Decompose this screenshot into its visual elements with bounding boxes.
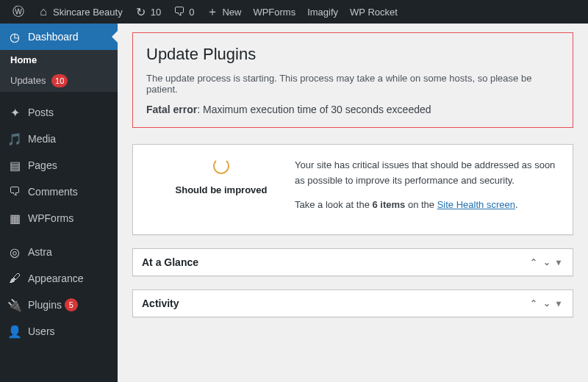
update-error-box: Update Plugins The update process is sta… (132, 32, 573, 128)
comments-link[interactable]: 🗨︎0 (167, 0, 200, 24)
fatal-error-text: Fatal error: Maximum execution time of 3… (146, 104, 559, 115)
comment-icon: 🗨︎ (7, 184, 22, 199)
wp-logo[interactable]: ⓦ (6, 0, 31, 24)
form-icon: ▦ (7, 211, 22, 226)
move-up-button[interactable]: ⌃ (527, 257, 540, 267)
sidebar-label-appearance: Appearance (28, 273, 84, 284)
site-health-link[interactable]: Site Health screen (437, 199, 515, 210)
media-icon: 🎵 (7, 131, 22, 146)
adminbar-imagify[interactable]: Imagify (301, 0, 344, 24)
box-title-activity: Activity (142, 298, 527, 309)
page-title: Update Plugins (146, 45, 559, 64)
toggle-button[interactable]: ▾ (553, 298, 564, 309)
move-up-button[interactable]: ⌃ (527, 298, 540, 309)
admin-bar: ⓦ ⌂Skincare Beauty ↻10 🗨︎0 ＋New WPForms … (0, 0, 588, 24)
updates-count: 10 (151, 7, 161, 18)
adminbar-wpforms[interactable]: WPForms (247, 0, 301, 24)
sidebar-item-comments[interactable]: 🗨︎ Comments (0, 179, 118, 205)
sidebar-item-plugins[interactable]: 🔌 Plugins 5 (0, 292, 118, 318)
sidebar-item-dashboard[interactable]: ◷ Dashboard (0, 24, 118, 50)
activity-box: Activity ⌃ ⌄ ▾ (132, 289, 573, 317)
site-name: Skincare Beauty (53, 7, 123, 18)
sidebar-item-astra[interactable]: ◎ Astra (0, 239, 118, 265)
box-title-glance: At a Glance (142, 256, 527, 268)
brush-icon: 🖌 (7, 271, 22, 286)
toggle-button[interactable]: ▾ (553, 257, 564, 267)
site-home[interactable]: ⌂Skincare Beauty (31, 0, 129, 24)
pages-icon: ▤ (7, 158, 22, 173)
sidebar-item-posts[interactable]: ✦ Posts (0, 99, 118, 126)
updates-link[interactable]: ↻10 (129, 0, 167, 24)
health-status-label: Should be improved (148, 184, 295, 195)
sidebar-item-wpforms[interactable]: ▦ WPForms (0, 205, 118, 231)
health-message: Your site has critical issues that shoul… (295, 158, 558, 221)
health-status: Should be improved (148, 158, 295, 221)
plug-icon: 🔌 (7, 298, 22, 312)
sidebar-item-media[interactable]: 🎵 Media (0, 126, 118, 152)
adminbar-wprocket[interactable]: WP Rocket (344, 0, 404, 24)
new-label: New (222, 7, 241, 18)
sidebar-sub-updates[interactable]: Updates 10 (0, 70, 118, 92)
sidebar-label-wpforms: WPForms (28, 212, 74, 224)
sidebar-label-media: Media (28, 133, 56, 145)
site-health-panel: Should be improved Your site has critica… (132, 144, 573, 235)
pin-icon: ✦ (7, 105, 22, 120)
sidebar-label-dashboard: Dashboard (28, 31, 79, 43)
at-a-glance-box: At a Glance ⌃ ⌄ ▾ (132, 248, 573, 276)
dashboard-icon: ◷ (7, 29, 22, 44)
sidebar-label-posts: Posts (28, 107, 54, 118)
sidebar-item-pages[interactable]: ▤ Pages (0, 152, 118, 179)
sidebar-sub-home[interactable]: Home (0, 50, 118, 70)
sidebar-label-users: Users (28, 325, 55, 337)
new-content[interactable]: ＋New (200, 0, 247, 24)
sidebar-item-users[interactable]: 👤 Users (0, 318, 118, 345)
move-down-button[interactable]: ⌄ (540, 298, 553, 309)
sidebar-label-plugins: Plugins (28, 299, 62, 311)
sidebar-label-astra: Astra (28, 246, 52, 258)
move-down-button[interactable]: ⌄ (540, 257, 553, 267)
comments-count: 0 (189, 7, 194, 18)
admin-sidebar: ◷ Dashboard Home Updates 10 ✦ Posts 🎵 Me… (0, 24, 118, 382)
main-content: Update Plugins The update process is sta… (118, 24, 588, 382)
sidebar-item-appearance[interactable]: 🖌 Appearance (0, 265, 118, 292)
plugins-badge: 5 (65, 298, 78, 311)
user-icon: 👤 (7, 324, 22, 339)
sidebar-label-comments: Comments (28, 186, 78, 198)
spinner-icon (213, 158, 229, 174)
updates-badge: 10 (51, 74, 68, 87)
update-starting-text: The update process is starting. This pro… (146, 73, 559, 95)
sidebar-label-pages: Pages (28, 159, 57, 171)
astra-icon: ◎ (7, 245, 22, 259)
